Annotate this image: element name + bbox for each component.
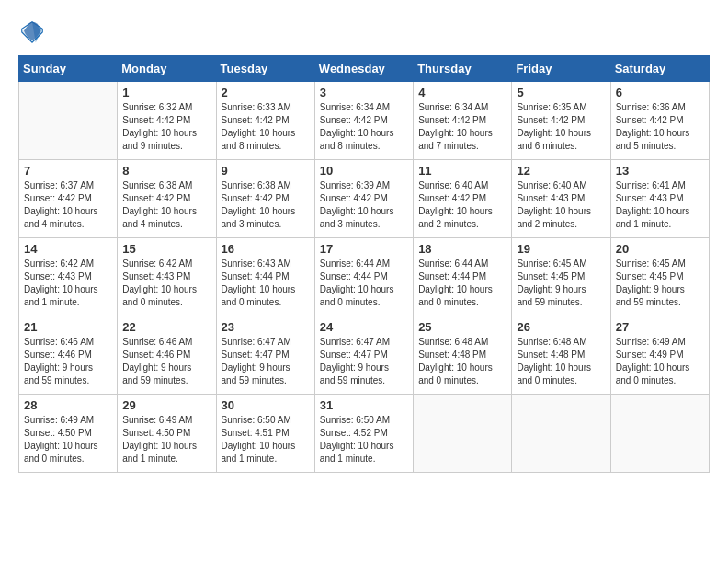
cell-content: Sunrise: 6:45 AMSunset: 4:45 PMDaylight:… (517, 258, 605, 309)
day-number: 4 (418, 86, 506, 99)
cell-content-line: Daylight: 9 hours (222, 362, 310, 374)
cell-content-line: Daylight: 9 hours (616, 283, 704, 296)
cell-content-line: Sunrise: 6:42 AM (122, 258, 210, 270)
cell-content-line: Daylight: 10 hours (122, 127, 210, 140)
cell-content-line: Sunset: 4:43 PM (616, 192, 704, 205)
day-number: 25 (418, 320, 506, 334)
cell-content-line: Daylight: 9 hours (24, 362, 112, 374)
cell-content-line: Daylight: 10 hours (24, 205, 112, 218)
calendar-cell: 10Sunrise: 6:39 AMSunset: 4:42 PMDayligh… (314, 160, 413, 238)
cell-content-line: Daylight: 10 hours (222, 127, 310, 140)
cell-content-line: and 59 minutes. (24, 374, 112, 387)
cell-content-line: and 8 minutes. (222, 140, 310, 153)
cell-content-line: Sunrise: 6:37 AM (24, 179, 112, 192)
cell-content-line: Daylight: 10 hours (418, 283, 506, 296)
day-number: 9 (222, 164, 310, 178)
cell-content-line: and 59 minutes. (222, 374, 310, 387)
cell-content: Sunrise: 6:48 AMSunset: 4:48 PMDaylight:… (517, 336, 605, 387)
cell-content-line: Sunset: 4:44 PM (222, 270, 310, 283)
cell-content-line: Sunrise: 6:43 AM (222, 258, 310, 270)
cell-content: Sunrise: 6:40 AMSunset: 4:43 PMDaylight:… (517, 179, 605, 231)
day-of-week-header: Tuesday (216, 56, 314, 82)
cell-content-line: Sunrise: 6:40 AM (418, 179, 506, 192)
cell-content-line: Daylight: 10 hours (616, 127, 704, 140)
cell-content-line: Sunset: 4:42 PM (418, 114, 506, 127)
calendar-cell: 3Sunrise: 6:34 AMSunset: 4:42 PMDaylight… (314, 82, 413, 160)
cell-content-line: Daylight: 10 hours (320, 205, 408, 218)
day-number: 28 (24, 398, 112, 412)
cell-content-line: Sunset: 4:42 PM (418, 192, 506, 205)
cell-content: Sunrise: 6:50 AMSunset: 4:51 PMDaylight:… (222, 414, 310, 465)
page-header (18, 18, 710, 46)
day-number: 3 (320, 86, 408, 99)
calendar-cell: 25Sunrise: 6:48 AMSunset: 4:48 PMDayligh… (414, 316, 512, 395)
cell-content-line: Daylight: 10 hours (320, 127, 408, 140)
calendar-table: SundayMondayTuesdayWednesdayThursdayFrid… (18, 55, 710, 473)
cell-content-line: Daylight: 10 hours (122, 283, 210, 296)
cell-content: Sunrise: 6:44 AMSunset: 4:44 PMDaylight:… (320, 258, 408, 309)
cell-content-line: and 3 minutes. (320, 218, 408, 231)
cell-content: Sunrise: 6:40 AMSunset: 4:42 PMDaylight:… (418, 179, 506, 231)
cell-content-line: Sunrise: 6:34 AM (320, 101, 408, 114)
calendar-cell: 1Sunrise: 6:32 AMSunset: 4:42 PMDaylight… (118, 82, 216, 160)
cell-content-line: and 4 minutes. (24, 218, 112, 231)
cell-content-line: Sunset: 4:42 PM (517, 114, 605, 127)
cell-content-line: Sunset: 4:45 PM (517, 270, 605, 283)
cell-content-line: Sunset: 4:49 PM (616, 349, 704, 362)
cell-content-line: Daylight: 10 hours (222, 440, 310, 453)
cell-content-line: Sunset: 4:42 PM (24, 192, 112, 205)
cell-content-line: Daylight: 10 hours (122, 205, 210, 218)
cell-content-line: and 7 minutes. (418, 140, 506, 153)
cell-content-line: Sunrise: 6:38 AM (122, 179, 210, 192)
calendar-cell: 17Sunrise: 6:44 AMSunset: 4:44 PMDayligh… (314, 238, 413, 316)
cell-content-line: Sunset: 4:42 PM (320, 114, 408, 127)
cell-content-line: Sunset: 4:45 PM (616, 270, 704, 283)
calendar-cell (610, 395, 709, 473)
cell-content-line: and 5 minutes. (616, 140, 704, 153)
cell-content: Sunrise: 6:38 AMSunset: 4:42 PMDaylight:… (222, 179, 310, 231)
calendar-cell: 7Sunrise: 6:37 AMSunset: 4:42 PMDaylight… (19, 160, 118, 238)
cell-content-line: and 59 minutes. (517, 296, 605, 309)
calendar-cell: 11Sunrise: 6:40 AMSunset: 4:42 PMDayligh… (414, 160, 512, 238)
cell-content-line: Sunrise: 6:36 AM (616, 101, 704, 114)
day-number: 27 (616, 320, 704, 334)
logo-icon (18, 18, 46, 46)
calendar-cell: 13Sunrise: 6:41 AMSunset: 4:43 PMDayligh… (610, 160, 709, 238)
calendar-cell: 2Sunrise: 6:33 AMSunset: 4:42 PMDaylight… (216, 82, 314, 160)
day-number: 7 (24, 164, 112, 178)
calendar-cell: 9Sunrise: 6:38 AMSunset: 4:42 PMDaylight… (216, 160, 314, 238)
cell-content: Sunrise: 6:46 AMSunset: 4:46 PMDaylight:… (122, 336, 210, 387)
calendar-cell: 12Sunrise: 6:40 AMSunset: 4:43 PMDayligh… (512, 160, 610, 238)
cell-content-line: Sunset: 4:42 PM (222, 192, 310, 205)
day-of-week-header: Saturday (610, 56, 709, 82)
day-number: 2 (222, 86, 310, 99)
cell-content-line: Daylight: 10 hours (517, 362, 605, 374)
calendar-cell: 30Sunrise: 6:50 AMSunset: 4:51 PMDayligh… (216, 395, 314, 473)
cell-content-line: Daylight: 10 hours (517, 127, 605, 140)
day-number: 13 (616, 164, 704, 178)
cell-content: Sunrise: 6:43 AMSunset: 4:44 PMDaylight:… (222, 258, 310, 309)
calendar-cell (19, 82, 118, 160)
day-number: 14 (24, 242, 112, 256)
cell-content-line: Sunrise: 6:46 AM (24, 336, 112, 349)
cell-content-line: Sunset: 4:43 PM (517, 192, 605, 205)
calendar-cell: 23Sunrise: 6:47 AMSunset: 4:47 PMDayligh… (216, 316, 314, 395)
cell-content-line: Sunrise: 6:46 AM (122, 336, 210, 349)
day-number: 26 (517, 320, 605, 334)
cell-content-line: Sunrise: 6:49 AM (122, 414, 210, 427)
day-number: 23 (222, 320, 310, 334)
cell-content-line: and 1 minute. (222, 453, 310, 465)
calendar-cell: 8Sunrise: 6:38 AMSunset: 4:42 PMDaylight… (118, 160, 216, 238)
cell-content-line: and 0 minutes. (616, 374, 704, 387)
cell-content-line: Daylight: 10 hours (418, 205, 506, 218)
cell-content-line: Sunrise: 6:48 AM (517, 336, 605, 349)
day-of-week-header: Friday (512, 56, 610, 82)
cell-content-line: and 0 minutes. (320, 296, 408, 309)
cell-content-line: Sunrise: 6:50 AM (320, 414, 408, 427)
day-number: 20 (616, 242, 704, 256)
cell-content-line: and 1 minute. (122, 453, 210, 465)
calendar-cell: 15Sunrise: 6:42 AMSunset: 4:43 PMDayligh… (118, 238, 216, 316)
cell-content-line: and 59 minutes. (122, 374, 210, 387)
cell-content-line: Sunset: 4:47 PM (320, 349, 408, 362)
calendar-week-row: 14Sunrise: 6:42 AMSunset: 4:43 PMDayligh… (19, 238, 710, 316)
